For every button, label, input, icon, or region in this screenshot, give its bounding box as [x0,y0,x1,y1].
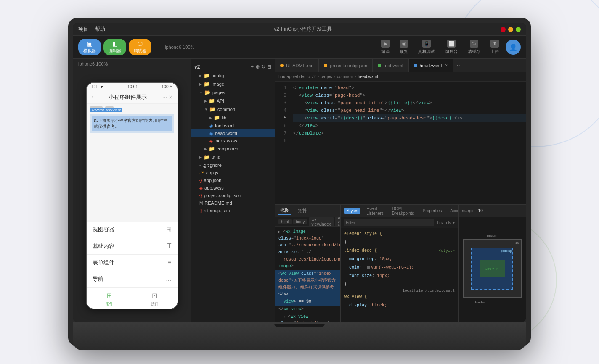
tree-item-readme[interactable]: M README.md [191,199,275,207]
tree-item-sitemap[interactable]: {} sitemap.json [191,207,275,214]
line-num-8: 8 [275,137,290,145]
margin-value: 10 [478,208,483,213]
component-tab-icon: ⊞ [105,291,114,301]
breadcrumb-sep-1: › [318,74,319,79]
styles-filter-input[interactable] [344,219,434,226]
tree-item-utils[interactable]: ▶ 📁 utils [191,153,275,161]
tree-item-project-config[interactable]: {} project.config.json [191,192,275,199]
line-num-2: 2 [275,92,290,99]
tree-actions: + ⊕ ↻ ⊟ [251,64,271,70]
tree-item-head-wxml[interactable]: ◉ head.wxml [191,129,275,137]
tree-item-pages[interactable]: ▼ 📂 pages [191,88,275,97]
index-desc-rule: .index-desc { <style> [341,247,458,255]
tree-refresh-icon[interactable]: ↻ [261,64,265,70]
font-size-val: 14px; [377,274,390,278]
wxml-file-icon: ◉ [209,131,213,136]
styles-tab-styles[interactable]: Styles [344,208,360,214]
font-size-prop: font-size [349,274,372,278]
menu-item-view[interactable]: 视图容器 ⊞ [87,222,178,238]
dom-bc-index[interactable]: wx-view.index [309,217,334,227]
code-line-6: </view> [293,122,526,129]
tree-item-label: app.js [206,170,218,175]
breadcrumb-root[interactable]: fino-applet-demo-v2 [278,74,316,79]
dom-bc-hd[interactable]: wx-view.index-hd [335,217,340,227]
simulator-button[interactable]: ▣ 模拟器 [78,39,101,55]
tree-item-app-js[interactable]: JS app.js [191,169,275,177]
upload-button[interactable]: ⬆ 上传 [487,38,502,56]
tab-head-wxml[interactable]: head.wxml × [409,59,453,72]
styles-tab-properties[interactable]: Properties [420,208,445,214]
phone-tab-component[interactable]: ⊞ 组件 [87,291,132,307]
styles-tab-accessibility[interactable]: Accessibility [448,208,459,214]
add-style-btn[interactable]: + [453,221,455,225]
menu-item-nav[interactable]: 导航 ... [87,271,178,288]
phone-tab-api[interactable]: ⊡ 接口 [132,291,178,307]
breadcrumb-common[interactable]: common [337,74,353,79]
box-model-header: margin 10 [459,205,526,217]
content-size: 240 × 44 [485,267,498,271]
preview-button[interactable]: ◉ 预览 [396,38,411,56]
phone-content: 240 × 44 wx-view.index-desc 以下将展示小程序官方组件… [87,104,178,222]
styles-tab-dom-breakpoints[interactable]: DOM Breakpoints [390,206,417,216]
editor-button[interactable]: ◧ 编辑器 [103,39,126,55]
phone-signal: IDE ▼ [92,84,104,89]
user-avatar[interactable]: 👤 [506,40,521,55]
menu-help[interactable]: 帮助 [95,26,105,33]
styles-tab-event-listeners[interactable]: Event Listeners [364,206,386,216]
clear-cache-label: 清缓存 [468,49,480,55]
tree-item-lib[interactable]: ▶ 📁 lib [191,113,275,122]
tree-item-gitignore[interactable]: ◦ .gitignore [191,161,275,169]
tab-close-icon[interactable]: × [445,63,448,68]
menu-item-form[interactable]: 表单组件 ≡ [87,255,178,271]
tree-item-image[interactable]: ▶ 📁 image [191,80,275,88]
debugger-button[interactable]: ⬡ 调试器 [129,39,151,55]
tab-readme[interactable]: README.md [275,59,319,72]
menu-item-content[interactable]: 基础内容 T [87,238,178,255]
dom-tab-overview[interactable]: 概图 [278,206,291,215]
breadcrumb-pages[interactable]: pages [321,74,332,79]
cls-filter-btn[interactable]: .cls [445,221,451,225]
compile-button[interactable]: ▶ 编译 [378,38,393,56]
dom-bc-html[interactable]: html [278,219,292,224]
hover-filter-btn[interactable]: :hov [436,221,443,225]
tree-item-index-wxss[interactable]: ◈ index.wxss [191,137,275,145]
code-editor: 1 2 3 4 5 6 7 8 <template name="head"> [275,82,526,204]
tree-item-config[interactable]: ▶ 📁 config [191,71,275,80]
close-button[interactable] [501,27,506,32]
tree-new-folder-icon[interactable]: ⊕ [255,64,260,70]
code-main-area[interactable]: 1 2 3 4 5 6 7 8 <template name="head"> [275,82,526,204]
real-device-icon: 📱 [422,40,431,48]
tree-item-app-wxss[interactable]: ◈ app.wxss [191,184,275,192]
breadcrumb-file[interactable]: head.wxml [358,74,378,79]
tree-item-component[interactable]: ▶ 📁 component [191,145,275,153]
chevron-icon: ▶ [199,156,202,159]
tab-foot-wxml[interactable]: foot.wxml [373,59,408,72]
tree-item-label: app.wxss [204,185,224,190]
line-num-6: 6 [275,122,290,129]
menu-form-icon: ≡ [167,259,171,266]
menu-project[interactable]: 项目 [78,26,88,33]
tree-item-common[interactable]: ▼ 📂 common [191,105,275,113]
tree-item-app-json[interactable]: {} app.json [191,177,275,184]
maximize-button[interactable] [516,27,521,32]
style-source-link[interactable]: localfile:/.index.css:2 [341,289,458,293]
tree-item-label: head.wxml [215,131,237,136]
wxml-file-icon: ◉ [209,124,213,128]
dom-tab-topology[interactable]: 拓扑 [296,207,309,215]
dom-line-3[interactable]: <wx-view class="index-desc">以下将展示小程序官方组件… [275,270,340,298]
clear-cache-button[interactable]: 🗂 清缓存 [464,38,484,56]
background-button[interactable]: ⬜ 切后台 [442,38,461,56]
folder-icon: 📁 [204,154,210,160]
code-content[interactable]: <template name="head"> <view class="page… [290,82,526,204]
real-device-debug-button[interactable]: 📱 真机调试 [415,38,438,56]
tab-project-config[interactable]: project.config.json [319,59,373,72]
tab-more-button[interactable]: ··· [453,62,465,69]
minimize-button[interactable] [508,27,513,32]
tree-collapse-icon[interactable]: ⊟ [267,64,271,70]
tree-item-api[interactable]: ▶ 📁 API [191,97,275,105]
dom-code-area[interactable]: ▶ <wx-image class="index-logo" src="../r… [275,227,340,322]
dom-bc-body[interactable]: body [293,219,307,224]
wx-view-selector: wx-view { [344,295,367,299]
tree-item-foot-wxml[interactable]: ◉ foot.wxml [191,122,275,129]
tree-new-file-icon[interactable]: + [251,64,254,70]
